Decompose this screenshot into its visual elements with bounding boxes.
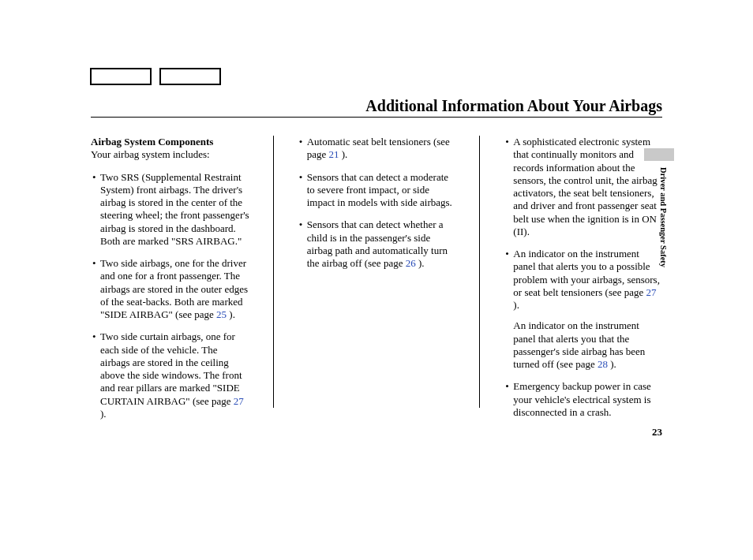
nav-prev-button[interactable] [90,68,152,85]
column-3: A sophisticated electronic system that c… [504,136,662,430]
page-number: 23 [652,426,662,439]
title-rule [91,117,662,118]
body-text: An indicator on the instrument panel tha… [513,248,660,298]
nav-buttons [90,68,221,85]
page: Additional Information About Your Airbag… [0,0,753,560]
content-columns: Airbag System Components Your airbag sys… [91,136,662,430]
bullet-list: Automatic seat belt tensioners (see page… [298,136,456,270]
page-ref-link[interactable]: 25 [216,308,227,320]
body-text: Emergency backup power in case your vehi… [513,380,650,418]
list-item: Emergency backup power in case your vehi… [513,380,662,419]
body-text: ). [100,408,107,420]
bullet-list: A sophisticated electronic system that c… [504,136,662,419]
list-item: Sensors that can detect a moderate to se… [307,171,456,210]
column-2: Automatic seat belt tensioners (see page… [298,136,456,430]
list-item: Two SRS (Supplemental Restraint System) … [100,171,249,248]
list-item: Two side airbags, one for the driver and… [100,257,249,321]
page-ref-link[interactable]: 27 [646,286,657,298]
column-separator [273,136,274,408]
page-title: Additional Information About Your Airbag… [365,97,662,115]
list-item: Automatic seat belt tensioners (see page… [307,136,456,162]
column-separator [479,136,480,408]
body-text: Sensors that can detect whether a child … [307,218,448,269]
body-text: A sophisticated electronic system that c… [513,136,657,237]
page-ref-link[interactable]: 28 [598,358,608,370]
intro-text: Your airbag system includes: [91,148,249,161]
body-text: ). [339,148,347,160]
body-text: ). [513,299,519,311]
nav-next-button[interactable] [159,68,221,85]
list-item: An indicator on the instrument panel tha… [513,248,662,371]
body-text: Sensors that can detect a moderate to se… [307,171,452,209]
list-item: A sophisticated electronic system that c… [513,136,662,238]
list-item: Sensors that can detect whether a child … [307,218,456,270]
list-item: Two side curtain airbags, one for each s… [100,330,249,420]
body-text: Two side curtain airbags, one for each s… [100,330,242,406]
bullet-list: Two SRS (Supplemental Restraint System) … [91,171,249,421]
column-1: Airbag System Components Your airbag sys… [91,136,249,430]
body-text: An indicator on the instrument panel tha… [513,319,645,370]
body-text: ). [227,308,235,320]
page-ref-link[interactable]: 27 [234,395,244,407]
body-text: ). [608,358,616,370]
page-ref-link[interactable]: 26 [406,257,416,269]
page-ref-link[interactable]: 21 [328,148,339,160]
body-text: ). [416,257,425,269]
body-text: Two SRS (Supplemental Restraint System) … [100,171,249,247]
subheading: Airbag System Components [91,136,249,148]
follow-paragraph: An indicator on the instrument panel tha… [513,319,662,371]
